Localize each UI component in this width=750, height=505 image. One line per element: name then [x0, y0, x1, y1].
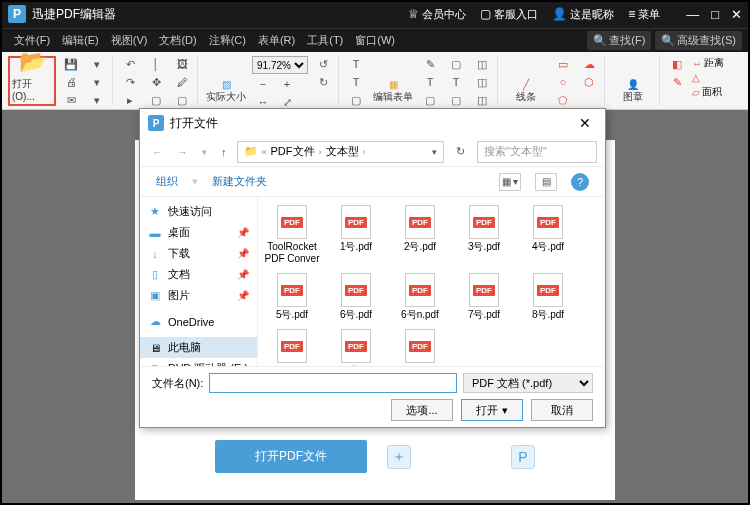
sidebar-desktop[interactable]: ▬桌面📌 [140, 222, 257, 243]
zoom-select[interactable]: 91.72% [252, 56, 308, 74]
tool-i[interactable]: 🖉 [171, 74, 193, 90]
file-item[interactable]: PDFPDF带水印.pdf [326, 327, 386, 366]
menu-window[interactable]: 窗口(W) [349, 33, 401, 48]
shape-rect[interactable]: ▭ [552, 56, 574, 72]
chevron-down-icon[interactable]: ▾ [432, 147, 437, 157]
text-tool-b[interactable]: T [345, 74, 367, 90]
nav-back-button[interactable]: ← [148, 146, 167, 158]
file-item[interactable]: PDF3号.pdf [454, 203, 514, 267]
annot-b[interactable]: T [419, 74, 441, 90]
save-button[interactable]: 💾 [60, 56, 82, 72]
close-button[interactable]: ✕ [731, 7, 742, 22]
tool-h[interactable]: 🖼 [171, 56, 193, 72]
print-button[interactable]: 🖨 [60, 74, 82, 90]
options-button[interactable]: 选项... [391, 399, 453, 421]
dialog-search-input[interactable]: 搜索"文本型" [477, 141, 597, 163]
add-button[interactable]: ＋ [387, 445, 411, 469]
sidebar-downloads[interactable]: ↓下载📌 [140, 243, 257, 264]
shape-x[interactable]: ⬡ [578, 74, 600, 90]
file-item[interactable]: PDF8号.pdf [518, 271, 578, 323]
file-item[interactable]: PDF6号.pdf [326, 271, 386, 323]
nickname-link[interactable]: 👤这是昵称 [552, 7, 614, 22]
sidebar-onedrive[interactable]: ☁OneDrive [140, 312, 257, 331]
annot-h[interactable]: ◫ [471, 74, 493, 90]
sidebar-quick-access[interactable]: ★快速访问 [140, 201, 257, 222]
menu-annotate[interactable]: 注释(C) [203, 33, 252, 48]
menu-form[interactable]: 表单(R) [252, 33, 301, 48]
nav-up-button[interactable]: ↑ [217, 146, 231, 158]
tool-g[interactable]: ▢ [145, 92, 167, 108]
sidebar-pictures[interactable]: ▣图片📌 [140, 285, 257, 306]
dialog-open-button[interactable]: 打开 ▾ [461, 399, 523, 421]
breadcrumb[interactable]: 📁 « PDF文件 › 文本型 › ▾ [237, 141, 445, 163]
sidebar-dvd[interactable]: ◉DVD 驱动器 (E:) [140, 358, 257, 366]
zoom-in-button[interactable]: + [276, 76, 298, 92]
annot-a[interactable]: ✎ [419, 56, 441, 72]
file-item[interactable]: PDFPDFsam_merge.pdf [262, 327, 322, 366]
tool-btn-b[interactable]: ▾ [86, 74, 108, 90]
annot-g[interactable]: ◫ [471, 56, 493, 72]
file-item[interactable]: PDF1号.pdf [326, 203, 386, 267]
menu-edit[interactable]: 编辑(E) [56, 33, 105, 48]
menu-view[interactable]: 视图(V) [105, 33, 154, 48]
annot-i[interactable]: ◫ [471, 92, 493, 108]
nav-forward-button[interactable]: → [173, 146, 192, 158]
view-icons-button[interactable]: ▦ ▾ [499, 173, 521, 191]
help-button[interactable]: ? [571, 173, 589, 191]
maximize-button[interactable]: □ [711, 7, 719, 22]
shape-cloud[interactable]: ☁ [578, 56, 600, 72]
menu-link[interactable]: ≡菜单 [628, 7, 660, 22]
stamps-button[interactable]: 👤 图章 [611, 56, 655, 106]
view-list-button[interactable]: ▤ [535, 173, 557, 191]
shape-circle[interactable]: ○ [552, 74, 574, 90]
p-button[interactable]: P [511, 445, 535, 469]
draw-button[interactable]: ✎ [666, 74, 688, 90]
nav-dropdown[interactable]: ▾ [198, 147, 211, 157]
new-folder-button[interactable]: 新建文件夹 [212, 174, 267, 189]
annot-c[interactable]: ▢ [419, 92, 441, 108]
open-button[interactable]: 📂 打开(O)... [8, 56, 56, 106]
edit-form-button[interactable]: ▦ 编辑表单 [371, 56, 415, 106]
rotate-left-button[interactable]: ↺ [312, 56, 334, 72]
tool-btn-c[interactable]: ▾ [86, 92, 108, 108]
file-item[interactable]: PDF文件1.pdf [390, 327, 450, 366]
lines-button[interactable]: ╱ 线条 [504, 56, 548, 106]
file-item[interactable]: PDF7号.pdf [454, 271, 514, 323]
undo-button[interactable]: ↶ [119, 56, 141, 72]
rotate-right-button[interactable]: ↻ [312, 74, 334, 90]
file-item[interactable]: PDF6号n.pdf [390, 271, 450, 323]
annot-e[interactable]: T [445, 74, 467, 90]
tool-e[interactable]: │ [145, 56, 167, 72]
annot-f[interactable]: ▢ [445, 92, 467, 108]
file-item[interactable]: PDF5号.pdf [262, 271, 322, 323]
real-size-button[interactable]: ▧ 实际大小 [204, 56, 248, 106]
text-tool-c[interactable]: ▢ [345, 92, 367, 108]
service-link[interactable]: ▢客服入口 [480, 7, 538, 22]
file-item[interactable]: PDF4号.pdf [518, 203, 578, 267]
advanced-find-button[interactable]: 🔍高级查找(S) [655, 31, 742, 50]
tool-btn-a[interactable]: ▾ [86, 56, 108, 72]
sidebar-thispc[interactable]: 🖥此电脑 [140, 337, 257, 358]
filename-input[interactable] [209, 373, 457, 393]
annot-d[interactable]: ▢ [445, 56, 467, 72]
redo-button[interactable]: ↷ [119, 74, 141, 90]
find-button[interactable]: 🔍查找(F) [587, 31, 651, 50]
menu-document[interactable]: 文档(D) [153, 33, 202, 48]
mail-button[interactable]: ✉ [60, 92, 82, 108]
zoom-out-button[interactable]: − [252, 76, 274, 92]
tool-f[interactable]: ✥ [145, 74, 167, 90]
tool-d[interactable]: ▸ [119, 92, 141, 108]
menu-tools[interactable]: 工具(T) [301, 33, 349, 48]
shape-poly[interactable]: ⬠ [552, 92, 574, 108]
filetype-select[interactable]: PDF 文档 (*.pdf) [463, 373, 593, 393]
organize-button[interactable]: 组织 [156, 174, 178, 189]
menu-file[interactable]: 文件(F) [8, 33, 56, 48]
minimize-button[interactable]: — [686, 7, 699, 22]
open-pdf-file-button[interactable]: 打开PDF文件 [215, 440, 367, 473]
sidebar-documents[interactable]: ▯文档📌 [140, 264, 257, 285]
file-item[interactable]: PDF2号.pdf [390, 203, 450, 267]
dialog-close-button[interactable]: ✕ [573, 115, 597, 131]
refresh-button[interactable]: ↻ [450, 145, 471, 158]
eraser-button[interactable]: ◧ [666, 56, 688, 72]
tool-j[interactable]: ▢ [171, 92, 193, 108]
